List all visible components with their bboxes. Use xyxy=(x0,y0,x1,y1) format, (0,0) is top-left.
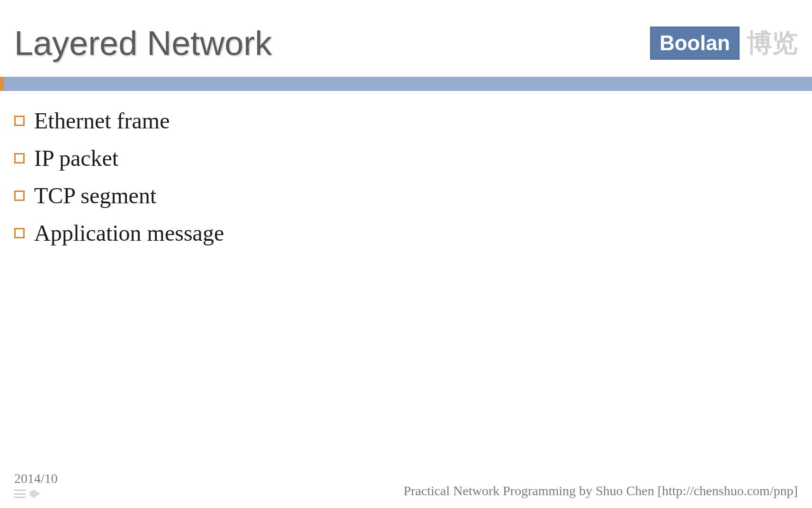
bullet-list: Ethernet frame IP packet TCP segment App… xyxy=(14,108,798,246)
bullet-text: IP packet xyxy=(34,145,118,171)
slide-title: Layered Network xyxy=(14,24,272,63)
square-bullet-icon xyxy=(14,190,25,201)
footer-date: 2014/10 xyxy=(14,471,58,486)
accent-bar xyxy=(0,77,812,91)
list-item: Ethernet frame xyxy=(14,108,798,134)
next-arrow-icon[interactable] xyxy=(33,489,40,499)
cn-logo: 博览 xyxy=(747,26,798,61)
accent-bar-orange xyxy=(0,77,4,91)
bullet-text: Ethernet frame xyxy=(34,108,170,134)
logo-area: Boolan 博览 xyxy=(650,26,798,61)
square-bullet-icon xyxy=(14,228,25,238)
bullet-text: TCP segment xyxy=(34,182,156,209)
slide-footer: 2014/10 Practical Network Programming by… xyxy=(0,471,812,499)
bullet-text: Application message xyxy=(34,220,224,246)
footer-attribution: Practical Network Programming by Shuo Ch… xyxy=(403,483,798,499)
list-item: Application message xyxy=(14,220,798,246)
footer-left: 2014/10 xyxy=(14,471,58,499)
square-bullet-icon xyxy=(14,116,25,126)
menu-icon[interactable] xyxy=(14,490,26,498)
list-item: IP packet xyxy=(14,145,798,171)
list-item: TCP segment xyxy=(14,182,798,209)
slide-header: Layered Network Boolan 博览 xyxy=(0,0,812,72)
boolan-logo: Boolan xyxy=(650,27,740,60)
square-bullet-icon xyxy=(14,153,25,163)
slide-content: Ethernet frame IP packet TCP segment App… xyxy=(0,91,812,246)
slide-controls xyxy=(14,489,58,499)
